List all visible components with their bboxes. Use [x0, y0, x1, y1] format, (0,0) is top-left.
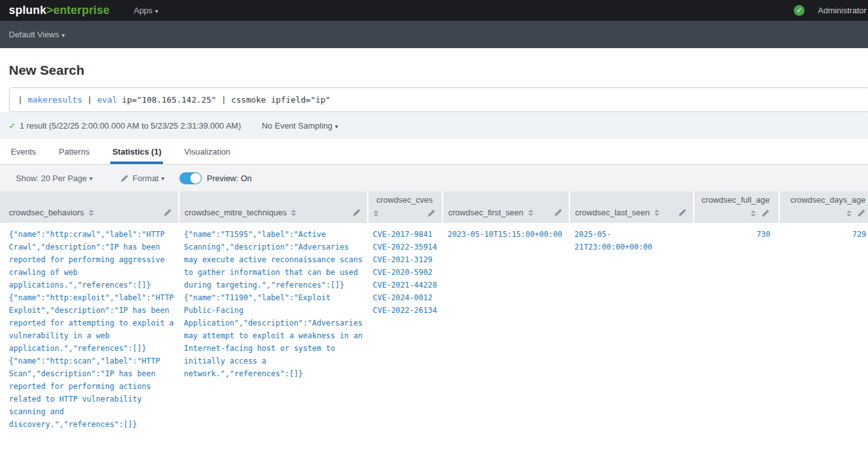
column-header-crowdsec-days-age[interactable]: crowdsec_days_age [779, 191, 868, 223]
pencil-icon [120, 174, 129, 182]
cell-value[interactable]: {"name":"http:crawl","label":"HTTP Crawl… [9, 228, 176, 291]
edit-column-button[interactable] [554, 208, 562, 217]
cell-value[interactable]: 2025-05-21T23:00:00+00:00 [574, 228, 689, 253]
cell-value[interactable]: CVE-2020-5902 [373, 266, 437, 279]
cell-value[interactable]: CVE-2022-26134 [373, 304, 437, 317]
column-header-crowdsec-last-seen[interactable]: crowdsec_last_seen [569, 191, 694, 223]
page-title: New Search [9, 63, 868, 78]
app-bar: Default Views▾ [0, 21, 868, 48]
default-views-menu[interactable]: Default Views▾ [9, 30, 65, 39]
cell-crowdsec-days-age[interactable]: 729 [779, 223, 868, 436]
sort-arrows-icon[interactable] [291, 210, 296, 216]
column-name: crowdsec_behaviors [9, 208, 84, 217]
topbar-right: ✓ Administrator [794, 0, 867, 21]
cell-value[interactable]: CVE-2022-35914 [373, 241, 437, 253]
spl-command: eval [97, 95, 117, 105]
tab-patterns[interactable]: Patterns [57, 139, 91, 164]
cell-value[interactable]: CVE-2021-44228 [373, 279, 437, 291]
chevron-down-icon: ▾ [62, 32, 65, 39]
sort-arrows-icon[interactable] [528, 210, 533, 216]
splunk-logo: splunk>enterprise [9, 4, 110, 17]
cell-crowdsec-cves[interactable]: CVE-2017-9841CVE-2022-35914CVE-2021-3129… [368, 223, 443, 436]
user-menu[interactable]: Administrator [818, 6, 867, 15]
column-name: crowdsec_days_age [785, 195, 865, 205]
cell-crowdsec-full-age[interactable]: 730 [694, 223, 779, 436]
sort-arrows-icon[interactable] [654, 210, 659, 216]
logo-splunk: splunk [9, 4, 46, 16]
edit-column-button[interactable] [353, 208, 361, 217]
column-header-crowdsec-mitre-techniques[interactable]: crowdsec_mitre_techniques [179, 191, 368, 223]
per-page-menu[interactable]: Show: 20 Per Page▾ [16, 174, 93, 183]
edit-column-button[interactable] [164, 208, 172, 217]
pencil-icon [761, 209, 770, 217]
per-page-label: Show: 20 Per Page [16, 174, 87, 183]
cell-value[interactable]: {"name":"T1190","label":"Exploit Public-… [184, 291, 366, 380]
edit-column-button[interactable] [678, 208, 687, 217]
cell-value[interactable]: CVE-2024-0012 [373, 291, 437, 304]
edit-column-button[interactable] [857, 209, 865, 217]
table-controls-bar: Show: 20 Per Page▾ Format▾ Preview: On [0, 165, 868, 191]
cell-crowdsec-last-seen[interactable]: 2025-05-21T23:00:00+00:00 [569, 223, 694, 436]
column-header-crowdsec-behaviors[interactable]: crowdsec_behaviors [0, 191, 179, 223]
spl-command: makeresults [28, 95, 82, 105]
tab-events[interactable]: Events [9, 139, 38, 164]
cell-value[interactable]: 2023-05-10T15:15:00+00:00 [448, 228, 564, 241]
column-name: crowdsec_last_seen [575, 208, 650, 217]
default-views-label: Default Views [9, 30, 59, 39]
logo-enterprise: >enterprise [46, 4, 110, 16]
table-row: {"name":"http:crawl","label":"HTTP Crawl… [0, 223, 868, 436]
preview-state-label: Preview: On [207, 174, 252, 183]
heading-section: New Search [0, 48, 868, 87]
column-name: crowdsec_full_age [699, 195, 770, 205]
format-label: Format [133, 174, 159, 183]
pencil-icon [678, 208, 687, 217]
apps-menu[interactable]: Apps▾ [134, 6, 159, 15]
tab-statistics[interactable]: Statistics (1) [110, 139, 163, 164]
chevron-down-icon: ▾ [155, 8, 159, 15]
spl-text: | [18, 95, 28, 105]
sort-arrows-icon[interactable] [89, 210, 94, 216]
pencil-icon [427, 209, 436, 217]
cell-value[interactable]: {"name":"http:exploit","label":"HTTP Exp… [9, 291, 176, 355]
cell-crowdsec-first-seen[interactable]: 2023-05-10T15:15:00+00:00 [443, 223, 569, 436]
column-header-crowdsec-first-seen[interactable]: crowdsec_first_seen [443, 191, 569, 223]
sort-arrows-icon[interactable] [373, 210, 379, 217]
event-sampling-menu[interactable]: No Event Sampling▾ [262, 121, 338, 130]
event-sampling-label: No Event Sampling [262, 121, 332, 130]
cell-value[interactable]: {"name":"T1595","label":"Active Scanning… [184, 228, 366, 291]
column-name: crowdsec_cves [373, 195, 436, 205]
results-tabs: Events Patterns Statistics (1) Visualiza… [0, 139, 868, 165]
cell-crowdsec-mitre-techniques[interactable]: {"name":"T1595","label":"Active Scanning… [179, 223, 368, 436]
chevron-down-icon: ▾ [89, 175, 93, 182]
pencil-icon [353, 208, 361, 217]
column-name: crowdsec_first_seen [448, 208, 524, 217]
pencil-icon [554, 208, 562, 217]
search-input[interactable]: | makeresults | eval ip="108.165.142.25"… [9, 87, 868, 112]
chevron-down-icon: ▾ [161, 175, 164, 182]
chevron-down-icon: ▾ [335, 123, 338, 130]
cell-crowdsec-behaviors[interactable]: {"name":"http:crawl","label":"HTTP Crawl… [0, 223, 179, 436]
tab-visualization[interactable]: Visualization [182, 139, 232, 164]
cell-value[interactable]: CVE-2017-9841 [373, 228, 437, 241]
apps-label: Apps [134, 6, 153, 15]
preview-toggle[interactable] [179, 172, 202, 184]
cell-value[interactable]: 729 [784, 228, 866, 241]
sort-arrows-icon[interactable] [846, 210, 852, 217]
pencil-icon [164, 208, 172, 217]
top-bar: splunk>enterprise Apps▾ ✓ Administrator [0, 0, 868, 21]
column-header-crowdsec-cves[interactable]: crowdsec_cves [368, 191, 443, 223]
status-check-circle-icon: ✓ [794, 5, 805, 16]
format-menu[interactable]: Format▾ [120, 174, 164, 183]
edit-column-button[interactable] [427, 209, 436, 217]
edit-column-button[interactable] [761, 209, 770, 217]
result-count-text: 1 result (5/22/25 2:00:00.000 AM to 5/23… [20, 121, 241, 130]
search-done-check-icon: ✓ [9, 121, 16, 130]
toggle-knob [190, 173, 201, 184]
cell-value[interactable]: 730 [699, 228, 770, 241]
column-header-crowdsec-full-age[interactable]: crowdsec_full_age [694, 191, 779, 223]
sort-arrows-icon[interactable] [751, 210, 756, 217]
cell-value[interactable]: CVE-2021-3129 [373, 253, 437, 266]
cell-value[interactable]: {"name":"http:scan","label":"HTTP Scan",… [9, 355, 176, 431]
column-name: crowdsec_mitre_techniques [185, 208, 287, 217]
spl-text: ip="108.165.142.25" | cssmoke ipfield="i… [117, 95, 331, 105]
